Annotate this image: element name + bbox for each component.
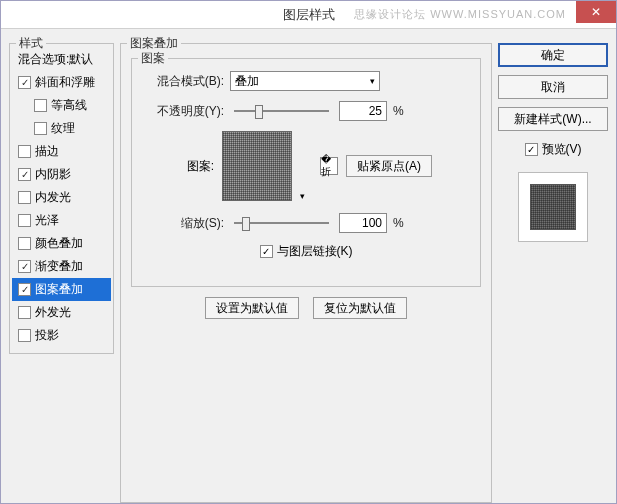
pattern-dropdown-icon[interactable]: ▾ <box>300 131 312 201</box>
checkbox-icon[interactable] <box>18 168 31 181</box>
style-item-label: 投影 <box>35 327 59 344</box>
scale-slider-thumb[interactable] <box>242 217 250 231</box>
preview-swatch <box>530 184 576 230</box>
opacity-unit: % <box>393 104 404 118</box>
style-item[interactable]: 斜面和浮雕 <box>12 71 111 94</box>
checkbox-icon[interactable] <box>18 237 31 250</box>
styles-legend: 样式 <box>16 35 46 52</box>
scale-input[interactable] <box>339 213 387 233</box>
new-preset-icon[interactable]: �折 <box>320 157 338 175</box>
layer-style-dialog: 图层样式 思缘设计论坛 WWW.MISSYUAN.COM ✕ 样式 混合选项:默… <box>0 0 617 504</box>
style-list: 混合选项:默认斜面和浮雕等高线纹理描边内阴影内发光光泽颜色叠加渐变叠加图案叠加外… <box>12 48 111 347</box>
blend-mode-select[interactable]: 叠加 ▾ <box>230 71 380 91</box>
checkbox-icon <box>260 245 273 258</box>
opacity-label: 不透明度(Y): <box>142 103 224 120</box>
style-item-label: 颜色叠加 <box>35 235 83 252</box>
preview-box <box>518 172 588 242</box>
checkbox-icon[interactable] <box>18 329 31 342</box>
style-item[interactable]: 光泽 <box>12 209 111 232</box>
style-item-label: 内阴影 <box>35 166 71 183</box>
dialog-body: 样式 混合选项:默认斜面和浮雕等高线纹理描边内阴影内发光光泽颜色叠加渐变叠加图案… <box>1 29 616 503</box>
preview-checkbox[interactable]: 预览(V) <box>498 141 608 158</box>
link-layer-checkbox[interactable]: 与图层链接(K) <box>260 243 353 260</box>
main-panel: 图案叠加 图案 混合模式(B): 叠加 ▾ 不透明度(Y): <box>120 37 492 495</box>
checkbox-icon[interactable] <box>18 214 31 227</box>
checkbox-icon[interactable] <box>34 99 47 112</box>
checkbox-icon[interactable] <box>18 145 31 158</box>
checkbox-icon[interactable] <box>18 76 31 89</box>
cancel-button[interactable]: 取消 <box>498 75 608 99</box>
default-buttons-row: 设置为默认值 复位为默认值 <box>123 297 489 319</box>
style-item[interactable]: 外发光 <box>12 301 111 324</box>
style-item-label: 图案叠加 <box>35 281 83 298</box>
style-item-label: 斜面和浮雕 <box>35 74 95 91</box>
scale-unit: % <box>393 216 404 230</box>
blend-mode-row: 混合模式(B): 叠加 ▾ <box>142 71 470 91</box>
checkbox-icon <box>525 143 538 156</box>
chevron-down-icon: ▾ <box>370 76 375 86</box>
style-item[interactable]: 等高线 <box>12 94 111 117</box>
snap-origin-button[interactable]: 贴紧原点(A) <box>346 155 432 177</box>
titlebar: 图层样式 思缘设计论坛 WWW.MISSYUAN.COM ✕ <box>1 1 616 29</box>
checkbox-icon[interactable] <box>18 191 31 204</box>
checkbox-icon[interactable] <box>18 260 31 273</box>
style-item[interactable]: 纹理 <box>12 117 111 140</box>
style-item-label: 渐变叠加 <box>35 258 83 275</box>
style-item-label: 光泽 <box>35 212 59 229</box>
style-item[interactable]: 图案叠加 <box>12 278 111 301</box>
scale-slider[interactable] <box>234 222 329 224</box>
pattern-label: 图案: <box>142 158 214 175</box>
inner-legend: 图案 <box>138 50 168 67</box>
blend-mode-label: 混合模式(B): <box>142 73 224 90</box>
link-layer-row: 与图层链接(K) <box>142 243 470 260</box>
style-item[interactable]: 渐变叠加 <box>12 255 111 278</box>
opacity-slider[interactable] <box>234 110 329 112</box>
style-item[interactable]: 内阴影 <box>12 163 111 186</box>
style-item-label: 描边 <box>35 143 59 160</box>
scale-label: 缩放(S): <box>142 215 224 232</box>
style-item[interactable]: 投影 <box>12 324 111 347</box>
style-item[interactable]: 描边 <box>12 140 111 163</box>
style-item-label: 等高线 <box>51 97 87 114</box>
style-item-label: 内发光 <box>35 189 71 206</box>
checkbox-icon[interactable] <box>34 122 47 135</box>
pattern-overlay-fieldset: 图案叠加 图案 混合模式(B): 叠加 ▾ 不透明度(Y): <box>120 43 492 503</box>
set-default-button[interactable]: 设置为默认值 <box>205 297 299 319</box>
checkbox-icon[interactable] <box>18 306 31 319</box>
checkbox-icon[interactable] <box>18 283 31 296</box>
pattern-row: 图案: ▾ �折 贴紧原点(A) <box>142 131 470 201</box>
style-item[interactable]: 颜色叠加 <box>12 232 111 255</box>
pattern-fieldset: 图案 混合模式(B): 叠加 ▾ 不透明度(Y): <box>131 58 481 287</box>
right-panel: 确定 取消 新建样式(W)... 预览(V) <box>498 37 608 495</box>
reset-default-button[interactable]: 复位为默认值 <box>313 297 407 319</box>
styles-fieldset: 样式 混合选项:默认斜面和浮雕等高线纹理描边内阴影内发光光泽颜色叠加渐变叠加图案… <box>9 43 114 354</box>
close-icon: ✕ <box>591 5 601 19</box>
styles-panel: 样式 混合选项:默认斜面和浮雕等高线纹理描边内阴影内发光光泽颜色叠加渐变叠加图案… <box>9 37 114 495</box>
close-button[interactable]: ✕ <box>576 1 616 23</box>
preview-label: 预览(V) <box>542 141 582 158</box>
opacity-slider-thumb[interactable] <box>255 105 263 119</box>
link-layer-label: 与图层链接(K) <box>277 243 353 260</box>
pattern-swatch[interactable] <box>222 131 292 201</box>
watermark-text: 思缘设计论坛 WWW.MISSYUAN.COM <box>354 7 566 22</box>
blend-mode-value: 叠加 <box>235 73 259 90</box>
window-title: 图层样式 <box>283 6 335 24</box>
style-item[interactable]: 内发光 <box>12 186 111 209</box>
opacity-input[interactable] <box>339 101 387 121</box>
opacity-row: 不透明度(Y): % <box>142 101 470 121</box>
ok-button[interactable]: 确定 <box>498 43 608 67</box>
style-item-label: 纹理 <box>51 120 75 137</box>
scale-row: 缩放(S): % <box>142 213 470 233</box>
new-style-button[interactable]: 新建样式(W)... <box>498 107 608 131</box>
style-item-label: 外发光 <box>35 304 71 321</box>
